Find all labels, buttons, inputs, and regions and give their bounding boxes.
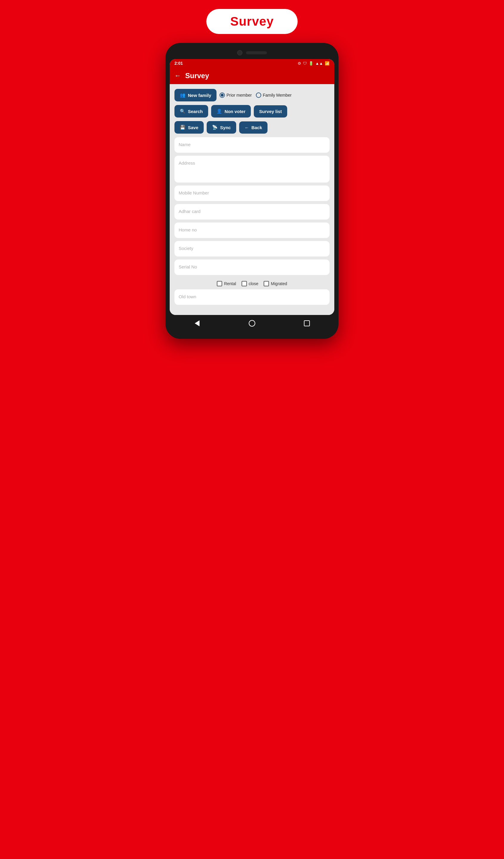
checkbox-close[interactable]: close <box>242 281 259 286</box>
checkbox-rental[interactable]: Rental <box>217 281 236 286</box>
home-circle-icon <box>249 320 255 327</box>
rental-checkbox[interactable] <box>217 281 222 286</box>
status-icons: ⚙ 🛡 🔋 ▲▲ 📶 <box>297 61 330 65</box>
search-button[interactable]: 🔍 Search <box>174 105 208 118</box>
old-town-field[interactable]: Old town <box>174 289 330 305</box>
nav-back-button[interactable] <box>193 319 201 328</box>
checkbox-row: Rental close Migrated <box>174 278 330 289</box>
save-icon: 💾 <box>180 125 185 130</box>
row-actions-1: 🔍 Search 👤 Non voter Survey list <box>174 105 330 118</box>
name-field[interactable]: Name <box>174 137 330 153</box>
phone-frame: 2:01 ⚙ 🛡 🔋 ▲▲ 📶 ← Survey 👥 New family <box>166 43 338 339</box>
settings-icon: ⚙ <box>297 61 301 65</box>
page-title: Survey <box>230 14 274 29</box>
save-button[interactable]: 💾 Save <box>174 121 204 134</box>
back-arrow-icon: ← <box>245 125 249 130</box>
radio-family-member-circle <box>256 92 261 98</box>
adhar-field[interactable]: Adhar card <box>174 204 330 220</box>
sync-button[interactable]: 📡 Sync <box>207 121 236 134</box>
phone-bottom-nav <box>170 315 334 330</box>
app-bar-title: Survey <box>185 72 209 80</box>
society-field[interactable]: Society <box>174 241 330 256</box>
battery-icon: 🔋 <box>309 61 314 65</box>
close-checkbox[interactable] <box>242 281 247 286</box>
speaker <box>246 51 267 54</box>
mobile-field[interactable]: Mobile Number <box>174 185 330 201</box>
content-area: 👥 New family Prior member Family Member <box>170 84 334 315</box>
migrated-checkbox[interactable] <box>264 281 269 286</box>
status-bar: 2:01 ⚙ 🛡 🔋 ▲▲ 📶 <box>170 59 334 67</box>
new-family-button[interactable]: 👥 New family <box>174 89 216 102</box>
nav-home-button[interactable] <box>248 319 256 328</box>
radio-group: Prior member Family Member <box>219 92 291 98</box>
signal-icon: 📶 <box>325 61 330 65</box>
back-triangle-icon <box>195 320 199 326</box>
search-icon: 🔍 <box>180 108 185 114</box>
app-bar: ← Survey <box>170 67 334 84</box>
status-time: 2:01 <box>174 61 183 65</box>
form-section: Name Address Mobile Number Adhar card Ho… <box>174 137 330 310</box>
nav-recents-button[interactable] <box>303 319 311 328</box>
non-voter-button[interactable]: 👤 Non voter <box>211 105 251 118</box>
home-no-field[interactable]: Home no <box>174 223 330 238</box>
survey-list-button[interactable]: Survey list <box>254 105 287 118</box>
phone-screen: 2:01 ⚙ 🛡 🔋 ▲▲ 📶 ← Survey 👥 New family <box>170 59 334 315</box>
camera <box>237 50 242 56</box>
radio-prior-member[interactable]: Prior member <box>219 92 252 98</box>
person-icon: 👤 <box>216 108 222 114</box>
address-field[interactable]: Address <box>174 156 330 183</box>
checkbox-migrated[interactable]: Migrated <box>264 281 287 286</box>
radio-family-member[interactable]: Family Member <box>256 92 291 98</box>
shield-icon: 🛡 <box>303 61 307 65</box>
sync-icon: 📡 <box>212 125 218 130</box>
row-actions-2: 💾 Save 📡 Sync ← Back <box>174 121 330 134</box>
radio-prior-member-circle <box>219 92 225 98</box>
people-icon: 👥 <box>180 92 185 98</box>
title-pill: Survey <box>207 9 297 34</box>
back-button[interactable]: ← Back <box>239 121 268 134</box>
app-bar-back-icon[interactable]: ← <box>174 72 181 80</box>
wifi-icon: ▲▲ <box>315 61 323 65</box>
serial-no-field[interactable]: Serial No <box>174 259 330 275</box>
recents-square-icon <box>304 320 310 326</box>
phone-top <box>170 48 334 59</box>
row-membership: 👥 New family Prior member Family Member <box>174 89 330 102</box>
